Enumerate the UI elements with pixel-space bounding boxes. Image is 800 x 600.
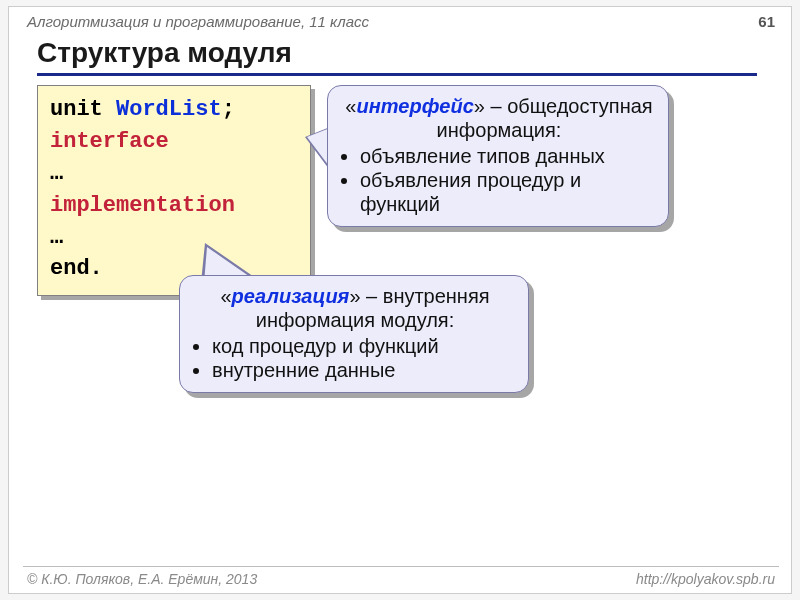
title-underline — [37, 73, 757, 76]
list-item: внутренние данные — [212, 358, 514, 382]
callout-implementation: «реализация» – внутренняя информация мод… — [179, 275, 529, 393]
slide-footer: © К.Ю. Поляков, Е.А. Ерёмин, 2013 http:/… — [27, 571, 775, 587]
code-identifier: WordList — [116, 97, 222, 122]
code-block: unit WordList; interface … implementatio… — [37, 85, 311, 296]
callout-lead: «реализация» – внутренняя информация мод… — [196, 284, 514, 332]
callout-list: код процедур и функций внутренние данные — [196, 334, 514, 382]
list-item: объявления процедур и функций — [360, 168, 654, 216]
callout-lead: «интерфейс» – общедоступная информация: — [344, 94, 654, 142]
list-item: код процедур и функций — [212, 334, 514, 358]
slide-header: Алгоритмизация и программирование, 11 кл… — [27, 13, 775, 30]
callout-term: реализация — [232, 285, 350, 307]
callout-list: объявление типов данных объявления проце… — [344, 144, 654, 216]
quote-open: « — [220, 285, 231, 307]
copyright-text: © К.Ю. Поляков, Е.А. Ерёмин, 2013 — [27, 571, 257, 587]
quote-open: « — [345, 95, 356, 117]
footer-rule — [23, 566, 779, 567]
code-keyword-interface: interface — [50, 126, 300, 158]
code-text: ; — [222, 97, 235, 122]
code-keyword-implementation: implementation — [50, 190, 300, 222]
page-number: 61 — [758, 13, 775, 30]
code-text: unit — [50, 97, 116, 122]
callout-term: интерфейс — [356, 95, 473, 117]
subject-text: Алгоритмизация и программирование, 11 кл… — [27, 13, 369, 30]
slide: Алгоритмизация и программирование, 11 кл… — [8, 6, 792, 594]
code-ellipsis: … — [50, 158, 300, 190]
callout-interface: «интерфейс» – общедоступная информация: … — [327, 85, 669, 227]
slide-title: Структура модуля — [37, 37, 292, 69]
code-line-1: unit WordList; — [50, 94, 300, 126]
source-url-text: http://kpolyakov.spb.ru — [636, 571, 775, 587]
list-item: объявление типов данных — [360, 144, 654, 168]
